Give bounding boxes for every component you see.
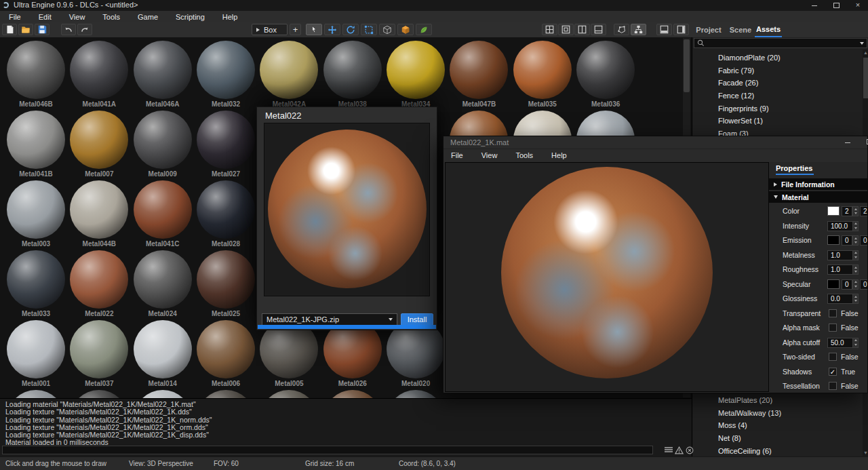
material-thumb-metal038[interactable]: Metal038	[321, 41, 384, 109]
material-thumb-metal041c[interactable]: Metal041C	[131, 180, 194, 249]
material-thumb-metal046b[interactable]: Metal046B	[5, 41, 68, 109]
checkbox[interactable]	[829, 353, 837, 361]
warnings-icon[interactable]	[674, 445, 684, 455]
new-file-button[interactable]	[2, 24, 17, 35]
install-button[interactable]: Install	[401, 313, 433, 326]
material-thumb-metal006[interactable]: Metal006	[195, 320, 258, 389]
spinner[interactable]	[852, 338, 859, 348]
minimize-button[interactable]	[839, 137, 856, 147]
material-thumb-metal014[interactable]: Metal014	[131, 320, 194, 389]
material-thumb-metal046a[interactable]: Metal046A	[131, 41, 194, 109]
material-thumb-metal028[interactable]: Metal028	[195, 180, 258, 249]
grid-scrollbar-thumb[interactable]	[684, 39, 690, 92]
menu-item-file[interactable]: File	[451, 151, 463, 159]
move-tool-button[interactable]	[324, 24, 340, 35]
save-button[interactable]	[35, 24, 50, 35]
material-thumb[interactable]	[384, 390, 448, 398]
checkbox[interactable]	[829, 309, 837, 317]
redo-button[interactable]	[77, 24, 92, 35]
value-field[interactable]: 2	[860, 206, 867, 216]
scroll-down-icon[interactable]: ▼	[863, 450, 868, 456]
menu-item-tools[interactable]: Tools	[102, 13, 120, 21]
layout-vsplit-button[interactable]	[574, 24, 590, 35]
material-thumb-metal041b[interactable]: Metal041B	[5, 111, 68, 179]
undo-button[interactable]	[61, 24, 76, 35]
menu-item-scripting[interactable]: Scripting	[176, 13, 205, 21]
checkbox[interactable]	[829, 382, 837, 390]
scale-tool-button[interactable]	[361, 24, 377, 35]
asset-folder-item[interactable]: Net (8)	[692, 432, 862, 445]
material-thumb-metal025[interactable]: Metal025	[195, 250, 258, 319]
color-swatch[interactable]	[827, 235, 840, 245]
asset-folder-item[interactable]: Facade (26)	[692, 77, 862, 90]
value-field[interactable]: 100.0	[827, 221, 853, 231]
asset-folder-item[interactable]: Fingerprints (9)	[692, 102, 862, 115]
material-thumb-metal026[interactable]: Metal026	[321, 320, 384, 389]
material-thumb-metal032[interactable]: Metal032	[195, 41, 258, 109]
material-thumb-metal044b[interactable]: Metal044B	[68, 180, 131, 249]
menu-item-help[interactable]: Help	[551, 151, 567, 159]
minimize-button[interactable]	[806, 0, 823, 10]
tab-assets[interactable]: Assets	[755, 22, 782, 37]
material-thumb-metal034[interactable]: Metal034	[384, 41, 448, 109]
material-thumb-metal001[interactable]: Metal001	[5, 320, 68, 389]
spinner[interactable]	[852, 235, 859, 246]
menu-item-help[interactable]: Help	[222, 13, 238, 21]
asset-folder-item[interactable]: MetalPlates (20)	[692, 394, 862, 407]
material-thumb-metal047b[interactable]: Metal047B	[448, 41, 511, 109]
search-dropdown-icon[interactable]	[860, 42, 864, 45]
material-thumb-metal007[interactable]: Metal007	[68, 111, 131, 179]
section-file-information[interactable]: File Information	[769, 178, 867, 190]
toggle-bottom-panel-button[interactable]	[656, 24, 672, 35]
value-field[interactable]: 50.0	[827, 338, 853, 348]
shape-selector-dropdown[interactable]: Box	[252, 24, 288, 35]
material-thumb-metal020[interactable]: Metal020	[384, 320, 448, 389]
value-field[interactable]: 0.0	[827, 294, 853, 304]
checkbox[interactable]	[829, 324, 837, 332]
value-field[interactable]: 2	[842, 206, 852, 216]
add-shape-button[interactable]: +	[290, 24, 301, 35]
material-thumb-metal042a[interactable]: Metal042A	[258, 41, 321, 109]
value-field[interactable]: 1.0	[827, 265, 853, 275]
hierarchy-button[interactable]	[631, 24, 646, 35]
maximize-button[interactable]	[861, 137, 868, 147]
select-tool-button[interactable]	[306, 24, 322, 35]
menu-item-game[interactable]: Game	[138, 13, 158, 21]
edit-polygon-button[interactable]	[614, 24, 629, 35]
material-editor-viewport[interactable]	[445, 162, 769, 392]
search-input[interactable]	[707, 39, 860, 48]
asset-folder-item[interactable]: FlowerSet (1)	[692, 115, 862, 128]
paint-tool-button[interactable]	[416, 24, 432, 35]
color-swatch[interactable]	[827, 206, 840, 216]
spinner[interactable]	[852, 265, 859, 275]
tab-project[interactable]: Project	[694, 22, 724, 37]
spinner[interactable]	[852, 279, 859, 290]
material-thumb[interactable]	[195, 390, 258, 398]
asset-search-bar[interactable]	[694, 38, 867, 48]
log-list-icon[interactable]	[663, 445, 673, 455]
menu-item-view[interactable]: View	[69, 13, 85, 21]
spinner[interactable]	[852, 221, 859, 231]
tab-properties[interactable]: Properties	[776, 164, 814, 175]
material-thumb-metal022[interactable]: Metal022	[68, 250, 131, 319]
material-thumb-metal035[interactable]: Metal035	[511, 41, 574, 109]
layout-single-button[interactable]	[558, 24, 574, 35]
asset-folder-item[interactable]: MetalWalkway (13)	[692, 407, 862, 420]
layout-hsplit-button[interactable]	[591, 24, 606, 35]
solid-cube-button[interactable]	[397, 24, 414, 35]
material-thumb[interactable]	[131, 390, 194, 398]
rotate-tool-button[interactable]	[342, 24, 359, 35]
wireframe-cube-button[interactable]	[379, 24, 395, 35]
material-thumb[interactable]	[258, 390, 321, 398]
value-field[interactable]: 0	[860, 235, 867, 246]
package-dropdown[interactable]: Metal022_1K-JPG.zip	[262, 313, 397, 326]
sidebar-scrollbar-thumb[interactable]	[863, 58, 868, 98]
material-thumb-metal036[interactable]: Metal036	[574, 41, 637, 109]
material-thumb[interactable]	[321, 390, 384, 398]
material-thumb-metal033[interactable]: Metal033	[5, 250, 68, 319]
checkbox-checked[interactable]: ✓	[829, 368, 837, 376]
material-thumb-metal027[interactable]: Metal027	[195, 111, 258, 179]
asset-folder-item[interactable]: OfficeCeiling (6)	[692, 445, 862, 458]
value-field[interactable]: 0	[860, 279, 867, 290]
material-thumb-metal041a[interactable]: Metal041A	[68, 41, 131, 109]
